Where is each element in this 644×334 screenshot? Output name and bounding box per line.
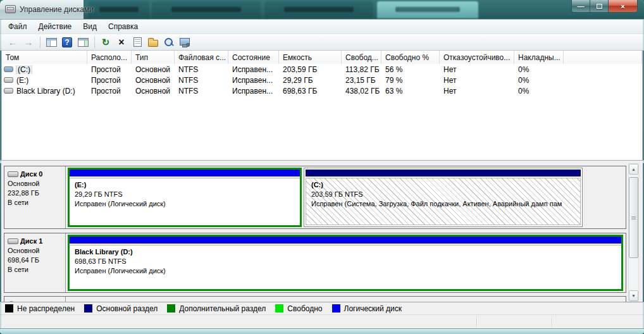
column-header-free-pct[interactable]: Свободно % xyxy=(381,51,440,64)
cell-free-pct: 56 % xyxy=(381,65,440,74)
cell-layout: Простой xyxy=(87,87,132,96)
column-header-fault-tolerance[interactable]: Отказоустойчиво... xyxy=(440,51,514,64)
forward-button[interactable]: → xyxy=(21,35,36,49)
volume-icon xyxy=(4,77,13,83)
volume-row-e[interactable]: (E:) Простой Основной NTFS Исправен... 2… xyxy=(2,75,642,85)
volume-list: Том Располо... Тип Файловая с... Состоян… xyxy=(1,51,643,160)
show-action-pane-button[interactable] xyxy=(75,35,90,49)
open-button[interactable] xyxy=(146,35,161,49)
maximize-icon xyxy=(597,4,602,9)
vertical-scrollbar[interactable]: ▲ ▼ xyxy=(628,163,639,302)
background-tab xyxy=(152,1,261,18)
menu-file[interactable]: Файл xyxy=(3,20,33,33)
refresh-button[interactable]: ↻ xyxy=(98,35,113,49)
column-header-overhead[interactable]: Накладны... xyxy=(514,51,564,64)
partition-c[interactable]: (C:) 203,59 ГБ NTFS Исправен (Система, З… xyxy=(304,168,583,227)
column-header-capacity[interactable]: Емкость xyxy=(279,51,342,64)
disk-1-info[interactable]: Диск 1 Основной 698,64 ГБ В сети xyxy=(4,233,66,292)
partition-e[interactable]: (E:) 29,29 ГБ NTFS Исправен (Логический … xyxy=(68,168,302,227)
volume-icon xyxy=(4,88,13,94)
disk-row-cdrom: CD-ROM 0 xyxy=(4,296,626,302)
disk-size: 698,64 ГБ xyxy=(8,256,64,265)
menu-view[interactable]: Вид xyxy=(77,20,102,33)
find-button[interactable] xyxy=(161,35,176,49)
partition-size: 698,63 ГБ NTFS xyxy=(75,257,619,266)
back-button[interactable]: ← xyxy=(5,35,20,49)
manage-computer-button[interactable] xyxy=(177,35,192,49)
minimize-button[interactable]: — xyxy=(571,0,590,13)
volume-name: (C:) xyxy=(16,65,32,74)
disk-status: В сети xyxy=(8,198,64,207)
properties-icon xyxy=(133,37,142,47)
legend-extended-partition: Дополнительный раздел xyxy=(167,304,266,313)
cell-layout: Простой xyxy=(87,65,132,74)
show-action-pane-icon xyxy=(78,38,89,47)
volume-name: Black Library (D:) xyxy=(16,87,75,96)
cell-layout: Простой xyxy=(87,76,132,85)
legend-free-space: Свободно xyxy=(275,304,322,313)
volume-name: (E:) xyxy=(16,76,28,85)
cell-type: Основной xyxy=(132,65,175,74)
legend-swatch xyxy=(167,304,175,312)
disk-type: Основной xyxy=(8,179,64,189)
help-button[interactable]: ? xyxy=(59,35,75,49)
cell-overhead: 0% xyxy=(514,87,564,96)
legend-swatch xyxy=(332,304,340,312)
cell-filesystem: NTFS xyxy=(175,87,228,96)
graphical-view: Диск 0 Основной 232,88 ГБ В сети (E:) 29… xyxy=(1,163,643,302)
cell-status: Исправен... xyxy=(228,76,279,85)
cell-free: 113,82 ГБ xyxy=(342,65,381,74)
background-windows xyxy=(84,0,644,19)
disk-status: В сети xyxy=(8,265,64,275)
column-header-filesystem[interactable]: Файловая с... xyxy=(175,51,228,64)
menubar: Файл Действие Вид Справка xyxy=(0,19,644,34)
maximize-button[interactable] xyxy=(590,0,608,13)
cdrom-info[interactable]: CD-ROM 0 xyxy=(4,297,66,302)
column-header-free[interactable]: Свобод... xyxy=(342,51,381,64)
menu-help[interactable]: Справка xyxy=(102,20,144,33)
partition-d[interactable]: Black Library (D:) 698,63 ГБ NTFS Исправ… xyxy=(68,235,623,291)
forward-icon: → xyxy=(24,37,34,47)
toolbar: ← → ? ↻ × xyxy=(0,34,644,51)
column-header-volume[interactable]: Том xyxy=(2,51,87,64)
cell-capacity: 29,29 ГБ xyxy=(279,76,342,85)
scroll-up-button[interactable]: ▲ xyxy=(629,164,638,175)
logical-disk-strip xyxy=(70,170,300,176)
cell-overhead: 0% xyxy=(514,76,564,85)
disk-0-info[interactable]: Диск 0 Основной 232,88 ГБ В сети xyxy=(4,166,66,228)
properties-button[interactable] xyxy=(130,35,145,49)
volume-row-c[interactable]: (C:) Простой Основной NTFS Исправен... 2… xyxy=(2,64,642,75)
column-header-type[interactable]: Тип xyxy=(132,51,175,64)
window-left-border xyxy=(0,19,1,328)
partition-state: Исправен (Система, Загрузка, Файл подкач… xyxy=(311,199,578,209)
cell-status: Исправен... xyxy=(228,65,279,74)
scrollbar-thumb[interactable] xyxy=(629,177,638,258)
legend-bar: Не распределен Основной раздел Дополните… xyxy=(0,302,644,314)
partition-label: (C:) xyxy=(311,180,578,190)
background-tab xyxy=(377,1,478,18)
disk-management-window: Управление дисками — × Файл Действие Вид… xyxy=(0,0,644,334)
column-header-status[interactable]: Состояние xyxy=(228,51,279,64)
close-button[interactable]: × xyxy=(608,0,638,13)
hard-disk-icon xyxy=(8,171,18,177)
disk-row-0: Диск 0 Основной 232,88 ГБ В сети (E:) 29… xyxy=(4,166,626,229)
app-icon xyxy=(5,5,16,13)
volume-row-d[interactable]: Black Library (D:) Простой Основной NTFS… xyxy=(2,85,642,96)
cell-type: Основной xyxy=(132,76,175,85)
column-header-layout[interactable]: Располо... xyxy=(87,51,132,64)
volume-icon xyxy=(4,66,13,72)
cell-status: Исправен... xyxy=(228,87,279,96)
open-folder-icon xyxy=(148,40,158,47)
show-console-tree-button[interactable] xyxy=(44,35,59,49)
delete-icon: × xyxy=(118,37,124,47)
primary-partition-strip xyxy=(306,170,581,176)
refresh-icon: ↻ xyxy=(102,37,110,47)
delete-button[interactable]: × xyxy=(114,35,129,49)
cell-overhead: 0% xyxy=(514,65,564,74)
scroll-down-button[interactable]: ▼ xyxy=(629,290,638,301)
disk-type: Основной xyxy=(8,246,64,256)
back-icon: ← xyxy=(8,37,18,47)
partition-size: 203,59 ГБ NTFS xyxy=(311,190,578,199)
menu-action[interactable]: Действие xyxy=(33,20,78,33)
cell-capacity: 698,63 ГБ xyxy=(279,87,342,96)
